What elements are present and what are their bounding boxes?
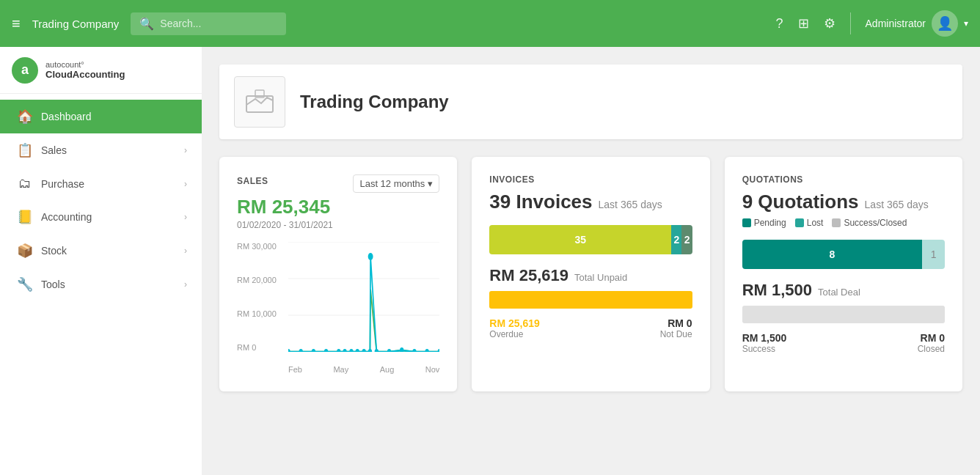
quot-count: 9 Quotations (742, 191, 859, 213)
total-deal-label: Total Deal (818, 287, 860, 298)
bar-quot-pending: 8 (742, 240, 923, 269)
sales-card: SALES Last 12 months ▾ RM 25,345 01/02/2… (219, 157, 457, 391)
sidebar-item-sales[interactable]: 📋 Sales › (0, 133, 202, 167)
dashboard-icon: 🏠 (15, 108, 35, 125)
svg-point-9 (324, 349, 329, 352)
product-label: CloudAccounting (45, 69, 125, 80)
search-area[interactable]: 🔍 (131, 12, 286, 35)
sales-amount: RM 25,345 (237, 196, 439, 218)
sidebar-logo: a autocount° CloudAccounting (0, 47, 202, 94)
closed-value: RM 0 (918, 332, 945, 344)
sidebar-item-purchase[interactable]: 🗂 Purchase › (0, 167, 202, 200)
chevron-down-icon: ▾ (964, 18, 968, 29)
svg-point-12 (349, 349, 354, 352)
settings-icon[interactable]: ⚙ (824, 15, 835, 32)
chevron-right-icon: › (184, 179, 187, 189)
overdue-label: Overdue (489, 329, 539, 339)
overdue-section: RM 25,619 Overdue (489, 317, 539, 339)
company-header: Trading Company (219, 65, 962, 139)
purchase-icon: 🗂 (15, 176, 35, 191)
sidebar-item-accounting[interactable]: 📒 Accounting › (0, 200, 202, 234)
cards-row: SALES Last 12 months ▾ RM 25,345 01/02/2… (219, 157, 962, 391)
x-label: May (333, 365, 348, 374)
bar-quot-closed: 1 (922, 240, 945, 269)
not-due-value: RM 0 (660, 317, 692, 329)
svg-point-16 (368, 253, 373, 260)
search-icon: 🔍 (139, 17, 154, 31)
svg-point-14 (362, 349, 366, 352)
svg-point-8 (312, 349, 316, 352)
nav-company-label: Trading Company (32, 18, 120, 30)
svg-point-22 (438, 349, 440, 352)
sidebar-item-tools[interactable]: 🔧 Tools › (0, 268, 202, 301)
avatar: 👤 (932, 10, 958, 37)
invoice-footer: RM 25,619 Overdue RM 0 Not Due (489, 317, 692, 339)
y-label: RM 0 (237, 343, 277, 352)
svg-point-17 (375, 349, 379, 352)
closed-label: Closed (918, 344, 945, 354)
sidebar: a autocount° CloudAccounting 🏠 Dashboard… (0, 47, 202, 475)
accounting-icon: 📒 (15, 209, 35, 225)
grid-icon[interactable]: ⊞ (798, 15, 809, 32)
period-select[interactable]: Last 12 months ▾ (353, 174, 439, 193)
total-deal-row: RM 1,500 Total Deal (742, 281, 945, 300)
tools-icon: 🔧 (15, 276, 35, 292)
logo-text: autocount° CloudAccounting (45, 60, 125, 80)
y-label: RM 30,000 (237, 242, 277, 251)
svg-point-7 (299, 349, 303, 352)
sidebar-item-dashboard[interactable]: 🏠 Dashboard (0, 100, 202, 133)
invoice-orange-bar (489, 291, 692, 309)
invoice-count: 39 Invoices (489, 191, 592, 213)
invoice-count-row: 39 Invoices Last 365 days (489, 191, 692, 213)
stock-icon: 📦 (15, 243, 35, 259)
invoices-card: INVOICES 39 Invoices Last 365 days 35 2 … (472, 157, 709, 391)
sales-card-header: SALES Last 12 months ▾ (237, 174, 439, 193)
sidebar-item-label: Dashboard (41, 111, 187, 122)
legend-closed: Success/Closed (832, 218, 907, 228)
legend-pending: Pending (742, 218, 786, 228)
overdue-value: RM 25,619 (489, 317, 539, 329)
sidebar-item-stock[interactable]: 📦 Stock › (0, 234, 202, 268)
chevron-right-icon: › (184, 145, 187, 155)
chart-svg-container (288, 242, 439, 352)
sidebar-menu: 🏠 Dashboard 📋 Sales › 🗂 Purchase › 📒 Acc… (0, 94, 202, 475)
chart-x-labels: Feb May Aug Nov (288, 365, 439, 374)
unpaid-amount: RM 25,619 (489, 266, 568, 285)
invoice-period: Last 365 days (599, 199, 662, 210)
sales-icon: 📋 (15, 142, 35, 158)
bar-segment-dark: 2 (681, 225, 692, 254)
chevron-right-icon: › (184, 212, 187, 222)
x-label: Aug (380, 365, 395, 374)
brand-label: autocount° (45, 60, 125, 69)
hamburger-icon[interactable]: ≡ (12, 15, 21, 32)
svg-point-6 (288, 349, 290, 352)
legend-label-pending: Pending (754, 218, 786, 228)
legend-dot-lost (795, 218, 804, 227)
success-value: RM 1,500 (742, 332, 787, 344)
not-due-section: RM 0 Not Due (660, 317, 692, 339)
quotations-section-title: QUOTATIONS (742, 174, 945, 185)
bar-segment-green: 35 (489, 225, 671, 254)
bar-segment-teal: 2 (671, 225, 681, 254)
not-due-label: Not Due (660, 329, 692, 339)
logo-circle: a (12, 57, 38, 84)
sidebar-item-label: Sales (41, 144, 184, 156)
username-label: Administrator (866, 18, 926, 29)
invoices-section-title: INVOICES (489, 174, 692, 185)
period-label: Last 12 months (359, 178, 425, 189)
dropdown-arrow-icon: ▾ (428, 178, 433, 189)
search-input[interactable] (160, 18, 277, 29)
chevron-right-icon: › (184, 279, 187, 290)
quotations-card: QUOTATIONS 9 Quotations Last 365 days Pe… (725, 157, 962, 391)
nav-divider (850, 12, 851, 34)
user-area[interactable]: Administrator 👤 ▾ (866, 10, 968, 37)
y-label: RM 10,000 (237, 309, 277, 318)
sales-period: 01/02/2020 - 31/01/2021 (237, 220, 439, 230)
help-icon[interactable]: ? (776, 16, 783, 32)
sidebar-item-label: Purchase (41, 178, 184, 190)
quot-footer: RM 1,500 Success RM 0 Closed (742, 332, 945, 354)
svg-point-19 (400, 347, 404, 352)
svg-point-15 (368, 349, 373, 352)
quot-bar-stacked: 8 1 (742, 240, 945, 269)
svg-point-21 (425, 349, 429, 352)
